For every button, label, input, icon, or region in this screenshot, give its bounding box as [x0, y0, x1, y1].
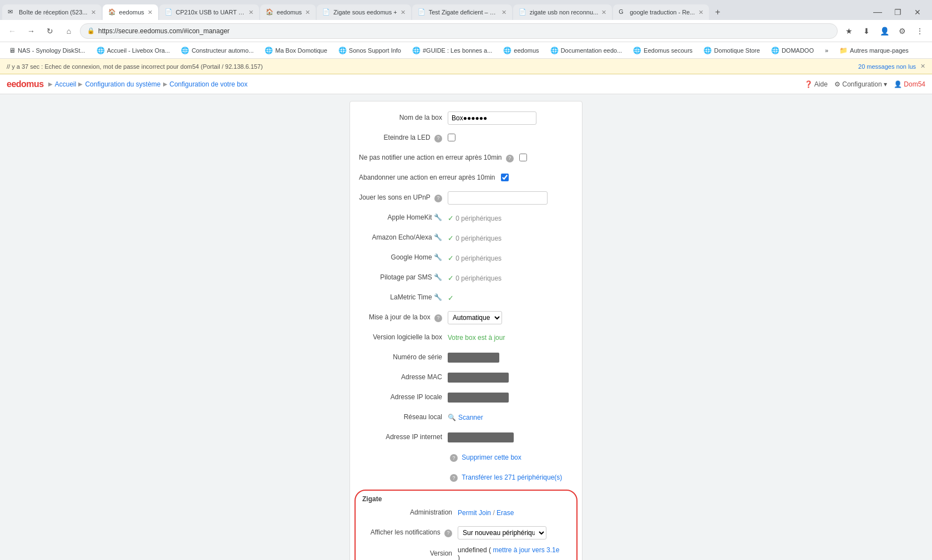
- bookmark-livebox-label: Accueil - Livebox Ora...: [107, 47, 170, 54]
- maximize-button[interactable]: ❐: [890, 4, 905, 20]
- lametric-value: ✓: [448, 294, 573, 302]
- tab-4[interactable]: 🏠 eedomus ✕: [260, 4, 316, 20]
- delete-box-link[interactable]: Supprimer cette box: [462, 454, 521, 461]
- update-value: Automatique Manuelle: [448, 311, 573, 324]
- ip-local-row: Adresse IP locale ████████████: [350, 390, 582, 405]
- sounds-help-icon[interactable]: ?: [434, 195, 442, 202]
- tab-7-close[interactable]: ✕: [601, 9, 606, 16]
- bookmark-mabox[interactable]: 🌐 Ma Box Domotique: [260, 45, 332, 56]
- permit-join-link[interactable]: Permit Join: [458, 509, 491, 517]
- bookmark-domotique[interactable]: 🌐 Domotique Store: [699, 45, 764, 56]
- transfer-help-icon[interactable]: ?: [450, 474, 458, 482]
- zigate-admin-row: Administration Permit Join / Erase: [360, 505, 572, 521]
- tab-3-favicon: 📄: [165, 8, 173, 16]
- tab-6[interactable]: 📄 Test Zigate deficient – P... ✕: [412, 4, 512, 20]
- new-tab-button[interactable]: +: [710, 4, 726, 20]
- delete-help-icon[interactable]: ?: [450, 454, 458, 462]
- abandon-label: Abandonner une action en erreur après 10…: [359, 174, 501, 182]
- tab-6-close[interactable]: ✕: [502, 9, 506, 16]
- mac-value: ████████████: [448, 373, 573, 383]
- bookmark-mabox-icon: 🌐: [265, 47, 273, 54]
- menu-button[interactable]: ⋮: [912, 23, 928, 39]
- forward-button[interactable]: →: [23, 23, 39, 39]
- tab-7[interactable]: 📄 zigate usb non reconnu... ✕: [513, 4, 612, 20]
- abandon-row: Abandonner une action en erreur après 10…: [350, 170, 582, 186]
- tab-4-label: eedomus: [277, 9, 302, 16]
- alert-close-icon[interactable]: ✕: [920, 63, 925, 70]
- led-help-icon[interactable]: ?: [434, 135, 442, 142]
- bookmark-sonos[interactable]: 🌐 Sonos Support Info: [334, 45, 406, 56]
- bookmark-auto[interactable]: 🌐 Constructeur automo...: [176, 45, 258, 56]
- no-notify-help-icon[interactable]: ?: [506, 155, 514, 162]
- bookmark-guide[interactable]: 🌐 #GUIDE : Les bonnes a...: [408, 45, 497, 56]
- zigate-notif-value: Sur nouveau périphérique Toujours Jamais: [458, 526, 563, 539]
- scanner-button[interactable]: 🔍 Scanner: [448, 414, 483, 421]
- tab-4-close[interactable]: ✕: [305, 9, 310, 16]
- bookmark-eedomus[interactable]: 🌐 eedomus: [499, 45, 543, 56]
- app-bar: eedomus ▶ Accueil ▶ Configuration du sys…: [0, 74, 932, 94]
- address-text: https://secure.eedomus.com/#icon_manager: [98, 27, 830, 35]
- led-checkbox[interactable]: [448, 134, 455, 141]
- tab-2-close[interactable]: ✕: [148, 9, 153, 16]
- tab-1-close[interactable]: ✕: [91, 9, 96, 16]
- box-name-input[interactable]: [448, 111, 536, 125]
- breadcrumb-config-systeme[interactable]: Configuration du système: [85, 80, 160, 88]
- echo-row: Amazon Echo/Alexa 🔧 ✓ 0 périphériques: [350, 230, 582, 246]
- bookmark-livebox-icon: 🌐: [97, 47, 105, 54]
- sounds-value: [448, 191, 573, 205]
- zigate-version-paren-open: (: [489, 546, 491, 554]
- zigate-notif-help-icon[interactable]: ?: [444, 530, 452, 537]
- breadcrumb-accueil[interactable]: Accueil: [55, 80, 77, 88]
- sounds-input[interactable]: [448, 191, 548, 205]
- reload-button[interactable]: ↻: [42, 23, 58, 39]
- bookmark-star-button[interactable]: ★: [841, 23, 857, 39]
- zigate-notif-select[interactable]: Sur nouveau périphérique Toujours Jamais: [458, 526, 546, 539]
- help-icon[interactable]: ❓ Aide: [804, 80, 828, 88]
- bookmark-more[interactable]: »: [820, 45, 833, 55]
- breadcrumb-config-box[interactable]: Configuration de votre box: [170, 80, 248, 88]
- transfer-link[interactable]: Transférer les 271 périphérique(s): [462, 474, 562, 481]
- close-button[interactable]: ✕: [910, 4, 925, 20]
- extensions-button[interactable]: ⚙: [894, 23, 910, 39]
- led-value: [448, 134, 573, 143]
- alert-right: 20 messages non lus ✕: [858, 63, 925, 70]
- sms-check-icon: ✓: [448, 274, 454, 282]
- config-link[interactable]: ⚙ Configuration ▾: [834, 80, 887, 88]
- bookmark-eedomus-icon: 🌐: [503, 47, 511, 54]
- tab-2[interactable]: 🏠 eedomus ✕: [103, 4, 158, 20]
- mac-row: Adresse MAC ████████████: [350, 370, 582, 385]
- no-notify-checkbox[interactable]: [519, 154, 527, 161]
- tab-1[interactable]: ✉ Boîte de réception (523... ✕: [2, 4, 102, 20]
- ip-internet-label: Adresse IP internet: [359, 433, 448, 442]
- bookmark-autres-icon: 📁: [839, 47, 848, 54]
- home-button[interactable]: ⌂: [61, 23, 77, 39]
- zigate-update-link[interactable]: mettre à jour vers 3.1e: [493, 546, 559, 554]
- tab-8-close[interactable]: ✕: [698, 9, 703, 16]
- download-button[interactable]: ⬇: [859, 23, 874, 39]
- abandon-checkbox[interactable]: [501, 174, 509, 181]
- user-link[interactable]: 👤 Dom54: [894, 80, 925, 88]
- tab-3-close[interactable]: ✕: [249, 9, 254, 16]
- update-select[interactable]: Automatique Manuelle: [448, 311, 502, 324]
- nav-actions: ★ ⬇ 👤 ⚙ ⋮: [841, 23, 928, 39]
- bookmark-nas[interactable]: 🖥 NAS - Synology DiskSt...: [4, 45, 90, 56]
- tab-5-close[interactable]: ✕: [401, 9, 406, 16]
- profile-button[interactable]: 👤: [877, 23, 892, 39]
- tab-7-label: zigate usb non reconnu...: [530, 9, 599, 16]
- bookmark-domadoo[interactable]: 🌐 DOMADOO: [767, 45, 818, 56]
- bookmark-doc[interactable]: 🌐 Documentation eedo...: [546, 45, 627, 56]
- messages-count[interactable]: 20 messages non lus: [858, 63, 916, 70]
- back-button[interactable]: ←: [4, 23, 20, 39]
- bookmark-livebox[interactable]: 🌐 Accueil - Livebox Ora...: [92, 45, 175, 56]
- bookmark-autres[interactable]: 📁 Autres marque-pages: [835, 45, 913, 56]
- tab-8[interactable]: G google traduction - Re... ✕: [613, 4, 708, 20]
- update-help-icon[interactable]: ?: [434, 314, 442, 322]
- tab-5[interactable]: 📄 Zigate sous eedomus + ✕: [317, 4, 411, 20]
- erase-link[interactable]: Erase: [497, 509, 514, 517]
- address-bar[interactable]: 🔒 https://secure.eedomus.com/#icon_manag…: [80, 23, 838, 39]
- sms-value: ✓ 0 périphériques: [448, 274, 573, 282]
- zigate-version-paren-close: ): [458, 554, 460, 560]
- tab-3[interactable]: 📄 CP210x USB to UART Br... ✕: [159, 4, 259, 20]
- bookmark-secours[interactable]: 🌐 Eedomus secours: [629, 45, 697, 56]
- minimize-button[interactable]: —: [870, 4, 885, 20]
